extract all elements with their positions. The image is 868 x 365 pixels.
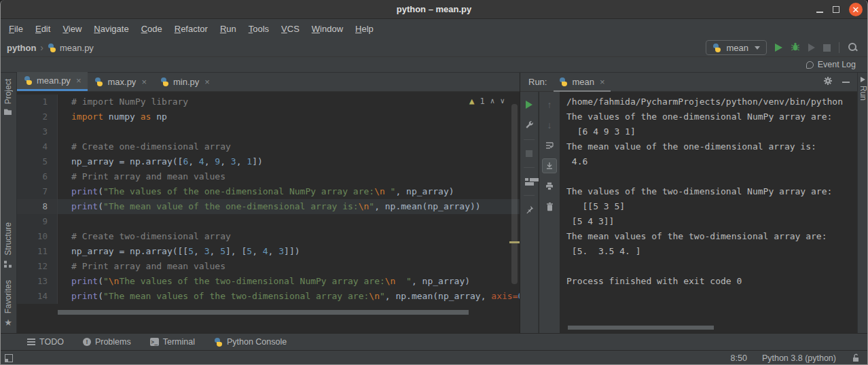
- pin-tab-icon[interactable]: [522, 202, 537, 217]
- close-icon[interactable]: ×: [204, 77, 210, 87]
- hide-panel-button[interactable]: [842, 82, 850, 83]
- down-stack-trace-button[interactable]: ↓: [542, 118, 557, 133]
- run-config-selector[interactable]: mean: [706, 40, 767, 55]
- close-button[interactable]: ✕: [849, 3, 863, 16]
- console-line: [6 4 9 3 1]: [566, 124, 850, 139]
- settings-gear-icon[interactable]: [823, 76, 833, 88]
- editor-tab-mean.py[interactable]: mean.py×: [17, 72, 88, 91]
- menu-file[interactable]: File: [3, 21, 29, 37]
- search-everywhere-icon[interactable]: [848, 42, 858, 53]
- line-number: 2: [17, 109, 58, 124]
- code-area[interactable]: 1# import NumPy library2import numpy as …: [17, 94, 520, 304]
- line-number: 1: [17, 94, 58, 109]
- horizontal-scrollbar[interactable]: [58, 310, 469, 315]
- menu-help[interactable]: Help: [349, 21, 380, 37]
- chevron-down-icon: [755, 46, 760, 50]
- editor-column: mean.py×max.py×min.py× ▲ 1 ∧ ∨ 1# import…: [17, 73, 520, 333]
- tool-button-favorites[interactable]: ★Favorites: [3, 274, 13, 333]
- vertical-scrollbar[interactable]: [511, 104, 518, 284]
- inspection-widget: ▲ 1 ∧ ∨: [469, 96, 505, 106]
- menu-code[interactable]: Code: [135, 21, 168, 37]
- line-number: 9: [17, 214, 58, 229]
- editor-tab-max.py[interactable]: max.py×: [88, 73, 153, 91]
- restore-layout-icon[interactable]: [522, 174, 537, 189]
- menu-navigate[interactable]: Navigate: [88, 21, 134, 37]
- tool-button-todo[interactable]: TODO: [27, 337, 64, 347]
- code-line: 1# import NumPy library: [17, 94, 520, 109]
- run-button[interactable]: [775, 44, 782, 52]
- stripe-bottom-group: Structure★Favorites: [3, 216, 13, 333]
- minimize-button[interactable]: [816, 12, 823, 13]
- menu-window[interactable]: Window: [306, 21, 349, 37]
- tool-button-structure[interactable]: Structure: [3, 216, 13, 274]
- warning-icon: ▲: [469, 96, 475, 106]
- line-number: 5: [17, 154, 58, 169]
- run-tool-window: Run: mean ×: [520, 73, 857, 333]
- menu-run[interactable]: Run: [214, 21, 242, 37]
- navigation-bar: python › mean.py mean: [0, 39, 868, 57]
- up-stack-trace-button[interactable]: ↑: [542, 97, 557, 112]
- window-layout-toggle-icon[interactable]: [5, 354, 13, 362]
- line-number: 7: [17, 184, 58, 199]
- next-issue-button[interactable]: ∨: [500, 97, 505, 105]
- line-number: 4: [17, 139, 58, 154]
- python-file-icon: [94, 77, 103, 86]
- menu-refactor[interactable]: Refactor: [168, 21, 214, 37]
- menu-view[interactable]: View: [56, 21, 88, 37]
- stop-process-button[interactable]: [522, 146, 537, 161]
- breadcrumb-file[interactable]: mean.py: [48, 43, 94, 53]
- interpreter-widget[interactable]: Python 3.8 (python): [762, 353, 836, 363]
- menu-tools[interactable]: Tools: [242, 21, 275, 37]
- todo-icon: [27, 338, 35, 345]
- tool-button-terminal[interactable]: >_Terminal: [150, 337, 195, 347]
- run-toolbar-console: ↑ ↓: [539, 92, 560, 333]
- clear-console-trash-icon[interactable]: [542, 199, 557, 214]
- menu-edit[interactable]: Edit: [29, 21, 56, 37]
- tool-button-project[interactable]: Project: [3, 73, 13, 121]
- debug-button[interactable]: [791, 41, 800, 54]
- python-icon: [559, 77, 568, 86]
- warning-stripe-mark[interactable]: [509, 241, 520, 243]
- editor[interactable]: ▲ 1 ∧ ∨ 1# import NumPy library2import n…: [17, 92, 520, 333]
- breadcrumb: python › mean.py: [0, 42, 94, 53]
- code-line: 4# Create one-dimensional array: [17, 139, 520, 154]
- event-log-button[interactable]: Event Log: [818, 60, 856, 69]
- code-line: 10# Create two-dimensional array: [17, 229, 520, 244]
- console-line: The values of the two-dimensional NumPy …: [566, 184, 850, 199]
- tool-button-problems[interactable]: !Problems: [83, 337, 131, 347]
- scroll-to-end-icon[interactable]: [542, 158, 557, 173]
- stop-button[interactable]: [823, 44, 831, 52]
- console-line: [[5 3 5]: [566, 199, 850, 214]
- run-with-coverage-icon[interactable]: [808, 44, 815, 52]
- chevron-right-icon: ›: [40, 42, 43, 53]
- maximize-button[interactable]: [833, 6, 839, 13]
- console-horizontal-scrollbar[interactable]: [568, 326, 714, 330]
- menu-vcs[interactable]: VCS: [275, 21, 306, 37]
- caret-position[interactable]: 8:50: [731, 353, 747, 363]
- tool-button-run[interactable]: Run: [858, 77, 868, 101]
- event-log-row: Event Log: [0, 57, 868, 73]
- breadcrumb-project[interactable]: python: [7, 43, 36, 53]
- status-bar: 8:50 Python 3.8 (python): [0, 350, 868, 365]
- close-icon[interactable]: ×: [141, 77, 147, 87]
- editor-tab-min.py[interactable]: min.py×: [153, 73, 217, 91]
- run-console-tab[interactable]: mean ×: [554, 73, 610, 92]
- unlock-icon[interactable]: [851, 353, 860, 362]
- tool-window-bar: TODO!Problems>_TerminalPython Console: [0, 333, 868, 350]
- python-file-icon: [160, 77, 169, 86]
- console-output[interactable]: /home/fahmida/PycharmProjects/python/ven…: [561, 92, 850, 333]
- console-line: [5. 3.5 4. ]: [566, 244, 850, 259]
- soft-wrap-icon[interactable]: [542, 138, 557, 153]
- title-bar: python – mean.py ✕: [0, 0, 868, 19]
- line-number: 13: [17, 274, 58, 289]
- toolbar-divider: [524, 139, 535, 140]
- edit-configuration-wrench-icon[interactable]: [522, 118, 537, 133]
- close-icon[interactable]: ×: [76, 75, 82, 86]
- prev-issue-button[interactable]: ∧: [490, 97, 495, 105]
- rerun-button[interactable]: [522, 97, 537, 112]
- print-icon[interactable]: [542, 179, 557, 194]
- python-console-icon: [214, 338, 223, 347]
- tool-button-python-console[interactable]: Python Console: [214, 337, 287, 347]
- close-icon[interactable]: ×: [600, 77, 605, 87]
- python-file-icon: [24, 76, 33, 85]
